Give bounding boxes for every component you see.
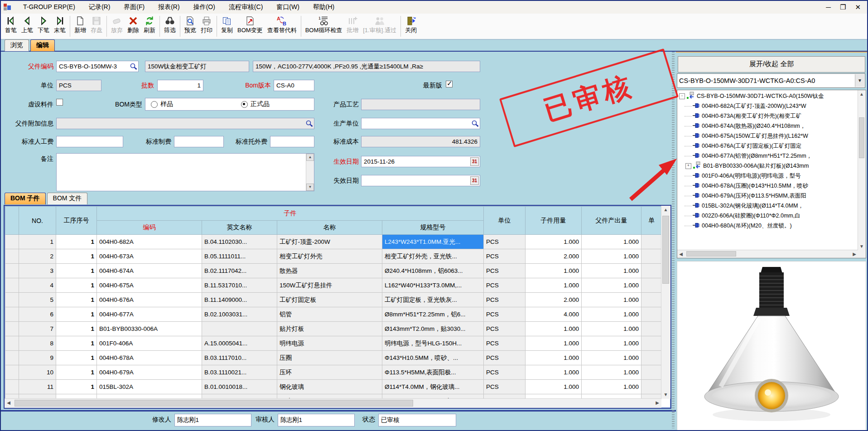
scroll-down-icon[interactable]: ▼ bbox=[661, 391, 670, 399]
table-cell[interactable] bbox=[641, 264, 662, 278]
table-cell[interactable]: 1.000 bbox=[582, 351, 641, 365]
table-cell[interactable]: 5 bbox=[19, 293, 56, 307]
table-cell[interactable]: 1 bbox=[56, 351, 97, 365]
table-cell[interactable] bbox=[641, 249, 662, 264]
col-header-unit[interactable]: 单位 bbox=[484, 207, 526, 235]
table-cell[interactable]: 1 bbox=[56, 336, 97, 351]
table-row[interactable]: 111015BL-302AB.01.0010018...钢化玻璃Ø114*T4.… bbox=[5, 380, 662, 394]
table-cell[interactable]: 1.000 bbox=[582, 322, 641, 336]
menu-item-1[interactable]: 记录(R) bbox=[82, 1, 117, 13]
table-cell[interactable]: B.04.1102030... bbox=[202, 235, 277, 249]
table-cell[interactable]: PCS bbox=[484, 351, 526, 365]
table-cell[interactable]: PCS bbox=[484, 307, 526, 322]
memo-scrollbar[interactable]: ▲ ▼ bbox=[306, 154, 314, 191]
table-cell[interactable]: Φ113.5*H5MM,表面阳极... bbox=[382, 365, 484, 380]
table-cell[interactable]: 1.000 bbox=[526, 365, 582, 380]
latest-version-checkbox[interactable] bbox=[446, 81, 453, 87]
table-cell[interactable] bbox=[5, 365, 19, 380]
scroll-left-icon[interactable]: ◀ bbox=[677, 250, 685, 257]
bom-loop-check-button[interactable]: 1BOM循环检查 bbox=[303, 14, 345, 39]
table-cell[interactable] bbox=[5, 278, 19, 293]
table-cell[interactable]: 004H0-679A bbox=[97, 365, 202, 380]
tree-item[interactable]: 004H0-680A(吊环)(M20、丝度锁。) bbox=[677, 221, 858, 231]
table-cell[interactable] bbox=[5, 249, 19, 264]
table-cell[interactable] bbox=[5, 293, 19, 307]
effective-date-field[interactable]: 2015-11-26 31 bbox=[361, 156, 480, 167]
batch-field[interactable]: 1 bbox=[157, 80, 203, 91]
table-cell[interactable]: PCS bbox=[484, 365, 526, 380]
scroll-left-icon[interactable]: ◀ bbox=[5, 399, 13, 407]
table-cell[interactable]: 001F0-406A bbox=[97, 336, 202, 351]
std-labor-field[interactable] bbox=[56, 136, 123, 147]
table-cell[interactable]: 4.000 bbox=[526, 307, 582, 322]
table-cell[interactable]: B.03.1110021... bbox=[202, 365, 277, 380]
menu-item-4[interactable]: 操作(O) bbox=[187, 1, 222, 13]
scroll-up-icon[interactable]: ▲ bbox=[306, 154, 314, 161]
table-cell[interactable]: 1 bbox=[56, 264, 97, 278]
search-icon[interactable] bbox=[305, 119, 313, 128]
table-cell[interactable]: Ø240.4*H108mm，铝6063... bbox=[382, 264, 484, 278]
close-door-button[interactable]: 关闭 bbox=[403, 14, 419, 39]
table-cell[interactable]: 004H0-677A bbox=[97, 307, 202, 322]
tree-vertical-scrollbar[interactable]: ▲ ▼ bbox=[858, 90, 866, 258]
tree-item[interactable]: 004H0-678A(压圈)(Φ143*H10.5MM，喷砂 bbox=[677, 181, 858, 191]
table-cell[interactable]: 004H0-674A bbox=[97, 264, 202, 278]
table-cell[interactable] bbox=[641, 336, 662, 351]
collapse-icon[interactable]: - bbox=[679, 93, 685, 99]
std-mfg-field[interactable] bbox=[174, 136, 224, 147]
table-cell[interactable]: L243*W243*T1.0MM.亚光... bbox=[382, 235, 484, 249]
table-cell[interactable]: 铝管 bbox=[277, 307, 382, 322]
table-cell[interactable]: 6 bbox=[19, 307, 56, 322]
table-cell[interactable]: 工矿灯-顶盖-200W bbox=[277, 235, 382, 249]
table-cell[interactable] bbox=[5, 336, 19, 351]
table-cell[interactable]: B.02.1003031... bbox=[202, 307, 277, 322]
table-cell[interactable]: B.02.1117042... bbox=[202, 264, 277, 278]
table-cell[interactable]: 1.000 bbox=[582, 278, 641, 293]
table-cell[interactable] bbox=[641, 380, 662, 394]
table-cell[interactable]: PCS bbox=[484, 322, 526, 336]
table-cell[interactable]: 8 bbox=[19, 336, 56, 351]
bom-change-button[interactable]: BOM变更 bbox=[235, 14, 265, 39]
table-row[interactable]: 11004H0-682AB.04.1102030...工矿灯-顶盖-200WL2… bbox=[5, 235, 662, 249]
table-cell[interactable]: 明纬电源 bbox=[277, 336, 382, 351]
tree-item[interactable]: 004H0-673A(相变工矿灯外壳)(相变工矿 bbox=[677, 111, 858, 121]
table-cell[interactable]: 1 bbox=[56, 278, 97, 293]
menu-item-5[interactable]: 流程审核(C) bbox=[222, 1, 270, 13]
table-cell[interactable]: 9 bbox=[19, 351, 56, 365]
table-cell[interactable]: PCS bbox=[484, 264, 526, 278]
table-cell[interactable] bbox=[641, 322, 662, 336]
table-cell[interactable]: 1.000 bbox=[582, 249, 641, 264]
table-cell[interactable]: 1.000 bbox=[582, 235, 641, 249]
table-cell[interactable]: 工矿灯固定板 bbox=[277, 293, 382, 307]
table-row[interactable]: 61004H0-677AB.02.1003031...铝管Ø8mm*H51*T2… bbox=[5, 307, 662, 322]
table-cell[interactable]: 3 bbox=[19, 264, 56, 278]
table-cell[interactable]: 1.000 bbox=[582, 380, 641, 394]
table-cell[interactable] bbox=[641, 278, 662, 293]
bom-type-sample-radio[interactable] bbox=[151, 101, 158, 108]
print-button[interactable]: 打印 bbox=[198, 14, 215, 39]
table-cell[interactable] bbox=[5, 235, 19, 249]
scroll-up-icon[interactable]: ▲ bbox=[661, 206, 670, 214]
substitute-button[interactable]: AB查看替代料 bbox=[265, 14, 299, 39]
table-cell[interactable]: B.01.0010018... bbox=[202, 380, 277, 394]
calendar-icon[interactable]: 31 bbox=[470, 157, 479, 166]
col-header-name[interactable]: 名称 bbox=[277, 221, 382, 235]
table-cell[interactable]: 压环 bbox=[277, 365, 382, 380]
col-header-spec[interactable]: 规格型号 bbox=[382, 221, 484, 235]
table-cell[interactable]: 150W工矿灯悬挂件 bbox=[277, 278, 382, 293]
tree-item[interactable]: 004H0-679A(压环)(Φ113.5*H5MM,表面阳 bbox=[677, 191, 858, 201]
table-cell[interactable]: 004H0-675A bbox=[97, 278, 202, 293]
table-cell[interactable]: 1.000 bbox=[526, 278, 582, 293]
search-icon[interactable] bbox=[129, 62, 138, 71]
chevron-down-icon[interactable]: ▼ bbox=[855, 74, 864, 87]
tab-bom-children[interactable]: BOM 子件 bbox=[5, 193, 46, 204]
refresh-button[interactable]: 刷新 bbox=[141, 14, 158, 39]
calendar-icon[interactable]: 31 bbox=[470, 176, 479, 185]
last-record-button[interactable]: 末笔 bbox=[52, 14, 68, 39]
scroll-up-icon[interactable]: ▲ bbox=[858, 90, 865, 97]
preview-button[interactable]: 预览 bbox=[182, 14, 198, 39]
memo-textarea[interactable]: ▲ ▼ bbox=[56, 153, 314, 191]
bom-version-dropdown[interactable]: CS-BYB-O-150MW-30D71-WCTKG-A0:CS-A0 ▼ bbox=[677, 73, 865, 88]
next-record-button[interactable]: 下笔 bbox=[35, 14, 52, 39]
table-row[interactable]: 91004H0-678AB.03.1117010...压圈Φ143*H10.5M… bbox=[5, 351, 662, 365]
